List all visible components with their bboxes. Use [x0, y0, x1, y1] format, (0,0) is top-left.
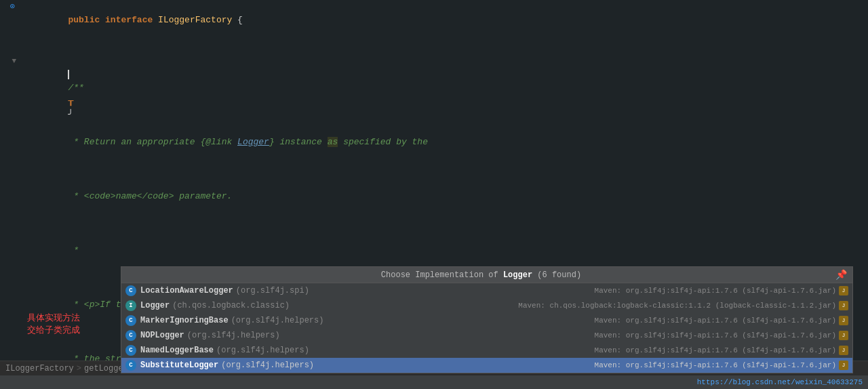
cursor-indicator-line: ┰ ╯	[0, 41, 868, 54]
autocomplete-item-5[interactable]: C SubstituteLogger (org.slf4j.helpers) M…	[121, 358, 852, 373]
item-maven-2: Maven: org.slf4j:slf4j-api:1.7.6 (slf4j-…	[595, 316, 836, 325]
item-maven-4: Maven: org.slf4j:slf4j-api:1.7.6 (slf4j-…	[595, 346, 836, 354]
status-bar-url[interactable]: https://blog.csdn.net/weixin_40633275	[697, 378, 863, 386]
item-maven-5: Maven: org.slf4j:slf4j-api:1.7.6 (slf4j-…	[595, 361, 836, 369]
item-maven-0: Maven: org.slf4j:slf4j-api:1.7.6 (slf4j-…	[595, 287, 836, 295]
item-package-5: (org.slf4j.helpers)	[221, 361, 314, 370]
annotation-box: 具体实现方法 交给子类完成	[27, 312, 108, 336]
breadcrumb-separator: >	[77, 364, 81, 373]
item-name-1: Logger	[140, 301, 170, 310]
item-package-3: (org.slf4j.helpers)	[187, 331, 280, 340]
autocomplete-header: Choose Implementation of Logger (6 found…	[121, 267, 852, 283]
annotation-line1: 具体实现方法	[27, 312, 108, 324]
line-gutter-1: ⊙	[0, 0, 20, 14]
item-maven-1: Maven: ch.qos.logback:logback-classic:1.…	[514, 302, 836, 310]
autocomplete-popup[interactable]: Choose Implementation of Logger (6 found…	[121, 266, 853, 373]
gutter-icon-1: ⊙	[10, 0, 15, 14]
item-package-2: (org.slf4j.helpers)	[231, 316, 324, 325]
item-jar-2: J	[839, 316, 848, 325]
item-package-1: (ch.qos.logback.classic)	[172, 301, 290, 310]
item-maven-3: Maven: org.slf4j:slf4j-api:1.7.6 (slf4j-…	[595, 331, 836, 340]
kw-interface: interface	[105, 15, 153, 25]
interface-name: ILoggerFactory	[158, 15, 232, 25]
fold-toggle-comment[interactable]: ▼	[12, 54, 16, 68]
autocomplete-list: C LocationAwareLogger (org.slf4j.spi) Ma…	[121, 283, 852, 373]
item-icon-3: C	[125, 330, 136, 341]
item-icon-0: C	[125, 285, 136, 296]
autocomplete-item-3[interactable]: C NOPLogger (org.slf4j.helpers) Maven: o…	[121, 328, 852, 343]
item-jar-4: J	[839, 346, 848, 355]
code-line-c3: *	[0, 217, 868, 271]
status-bar: https://blog.csdn.net/weixin_40633275	[0, 375, 868, 389]
comment-javadoc-start: /**	[68, 83, 83, 93]
item-icon-4: C	[125, 345, 136, 356]
item-icon-5: C	[125, 360, 136, 371]
breadcrumb-class: ILoggerFactory	[5, 364, 74, 373]
autocomplete-item-1[interactable]: I Logger (ch.qos.logback.classic) Maven:…	[121, 298, 852, 313]
autocomplete-title: Choose Implementation of Logger (6 found…	[127, 270, 835, 280]
item-jar-3: J	[839, 331, 848, 340]
pin-button[interactable]: 📌	[835, 269, 847, 281]
line-content-1: public interface ILoggerFactory {	[20, 0, 868, 41]
item-package-0: (org.slf4j.spi)	[236, 286, 309, 295]
item-name-2: MarkerIgnoringBase	[140, 316, 229, 325]
editor-area: ⊙ public interface ILoggerFactory { ┰ ╯ …	[0, 0, 868, 389]
annotation-line2: 交给子类完成	[27, 324, 108, 336]
item-name-5: SubstituteLogger	[140, 361, 218, 370]
code-line-c1: * Return an appropriate {@link Logger} i…	[0, 108, 868, 163]
autocomplete-target: Logger	[503, 270, 532, 280]
autocomplete-item-2[interactable]: C MarkerIgnoringBase (org.slf4j.helpers)…	[121, 313, 852, 328]
item-icon-1: I	[125, 300, 136, 311]
code-line-c2: * <code>name</code> parameter.	[0, 163, 868, 217]
item-name-0: LocationAwareLogger	[140, 286, 233, 295]
code-line-1: ⊙ public interface ILoggerFactory {	[0, 0, 868, 41]
item-jar-5: J	[839, 361, 848, 370]
item-icon-2: C	[125, 315, 136, 326]
item-name-3: NOPLogger	[140, 331, 184, 340]
code-line-comment-start: ▼ /**	[0, 54, 868, 108]
autocomplete-item-0[interactable]: C LocationAwareLogger (org.slf4j.spi) Ma…	[121, 283, 852, 298]
kw-public: public	[68, 15, 100, 25]
item-name-4: NamedLoggerBase	[140, 346, 214, 355]
autocomplete-item-4[interactable]: C NamedLoggerBase (org.slf4j.helpers) Ma…	[121, 343, 852, 358]
item-package-4: (org.slf4j.helpers)	[216, 346, 309, 355]
item-jar-1: J	[839, 301, 848, 310]
item-jar-0: J	[839, 286, 848, 295]
